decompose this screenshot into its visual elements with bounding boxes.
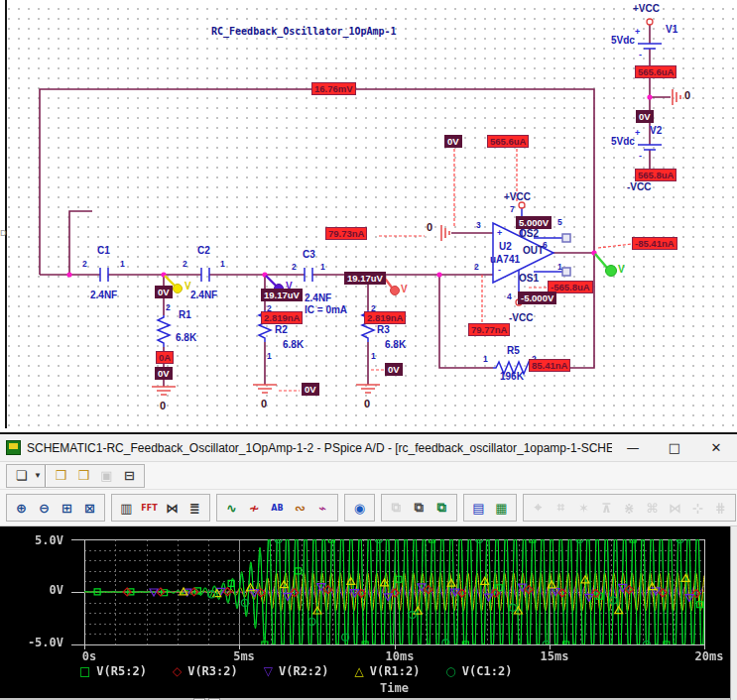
color-document-button[interactable]: ⧉	[431, 498, 452, 518]
legend-item[interactable]: ◇V(R3:2)	[173, 664, 238, 678]
legend-item[interactable]: □V(R5:2)	[79, 664, 147, 678]
cursor-trough-button: ⌗	[551, 498, 571, 518]
zoom-area-button[interactable]: ⊞	[57, 498, 77, 518]
fft-button[interactable]: FFT	[139, 498, 160, 518]
cursor-min-button: ⊼	[596, 498, 617, 518]
dropdown-caret-icon[interactable]: ▼	[34, 471, 42, 480]
schematic-text: -	[639, 151, 642, 161]
evaluate-measurement-button[interactable]: ⋈	[162, 498, 183, 518]
schematic-text: 0	[261, 398, 267, 409]
probe-toolbar: ⊕⊖⊞⊠▥FFT⋈≣∿≁AB∾⌁◉⧉⧉⧉▤▦⌖⌗✶⊼⋇⌘⋈⊹⋕	[0, 490, 737, 526]
schematic-text: 1	[483, 354, 488, 364]
bias-label[interactable]: 2.819nA	[261, 311, 303, 324]
bias-label[interactable]: 79.73nA	[325, 227, 367, 240]
open-workspace-button[interactable]: ❒	[73, 466, 94, 486]
view-simulation-button[interactable]: ▦	[491, 498, 512, 518]
schematic-text: U2	[499, 241, 512, 252]
voltage-probe-button[interactable]: ◉	[349, 498, 370, 518]
bias-label[interactable]: 85.41nA	[529, 359, 570, 372]
schematic-text: +	[497, 228, 502, 238]
schematic-text: 2	[166, 302, 171, 312]
minimize-button[interactable]: —	[612, 434, 654, 461]
x-tick-label: 10ms	[372, 649, 428, 663]
close-button[interactable]: ✕	[695, 434, 737, 461]
view-netlist-button[interactable]: ▤	[468, 498, 489, 518]
bias-label[interactable]: 0V	[636, 110, 654, 123]
bias-label[interactable]: 0A	[156, 351, 174, 364]
cursor-peak-button: ⌖	[528, 498, 549, 518]
schematic-text: 4	[507, 292, 512, 301]
bias-label[interactable]: 0V	[155, 367, 173, 380]
x-tick-label: 15ms	[527, 649, 582, 663]
schematic-text: +	[635, 27, 640, 37]
schematic-text: 7	[510, 204, 515, 214]
bias-label[interactable]: 79.77nA	[468, 323, 510, 336]
ab-label-button[interactable]: AB	[267, 498, 288, 518]
schematic-text: 0	[364, 398, 370, 409]
schematic-text: -VCC	[627, 181, 651, 192]
cursor-next-button: ⊹	[687, 498, 708, 518]
toolbar-group: ∿≁AB∾⌁	[216, 494, 338, 522]
paste-document-button[interactable]: ⧉	[409, 498, 430, 518]
legend-label: V(R5:2)	[96, 664, 147, 678]
schematic-canvas[interactable]: RC_Feedback_Oscillator_1OpAmp-1	[0, 0, 737, 432]
toolbar-group: ◉	[344, 494, 375, 522]
schematic-text: 1	[267, 351, 272, 361]
bias-label[interactable]: 19.17uV	[261, 289, 303, 301]
bias-label[interactable]: 2.819nA	[364, 311, 406, 324]
schematic-text: D	[0, 228, 7, 238]
waveform-plot[interactable]: 5.0V 0V -5.0V 0s 5ms 10ms 15ms 20ms □V(R…	[0, 526, 737, 700]
zoom-fit-button[interactable]: ⊠	[79, 498, 100, 518]
text-list-button[interactable]: ≣	[184, 498, 205, 518]
bias-label[interactable]: 565.8uA	[635, 169, 676, 181]
bias-label[interactable]: 19.17uV	[344, 272, 386, 285]
toolbar-group: ❏▼❒❒▣⊟	[6, 464, 145, 488]
schematic-text: OUT	[523, 245, 544, 256]
triangle-marker-icon: △	[355, 664, 364, 678]
schematic-text: C3	[303, 249, 315, 260]
x-tick-label: 20ms	[681, 649, 737, 663]
title-bar[interactable]: SCHEMATIC1-RC_Feedback_Oscillator_1OpAmp…	[0, 434, 737, 462]
legend-item[interactable]: ▽V(R2:2)	[264, 664, 329, 678]
schematic-text: -VCC	[509, 312, 533, 323]
bias-label[interactable]: 0V	[385, 363, 403, 376]
toggle-trace-button[interactable]: ≁	[244, 498, 265, 518]
bias-label[interactable]: 16.76mV	[311, 82, 356, 95]
toolbar-group: ▤▦	[463, 494, 517, 522]
window-title: SCHEMATIC1-RC_Feedback_Oscillator_1OpAmp…	[27, 441, 612, 455]
open-file-button[interactable]: ❒	[51, 466, 71, 486]
y-tick-label: 5.0V	[8, 533, 63, 547]
pspice-window: SCHEMATIC1-RC_Feedback_Oscillator_1OpAmp…	[0, 432, 737, 700]
legend-item[interactable]: ○V(C1:2)	[445, 664, 512, 678]
schematic-text: R3	[377, 324, 390, 335]
zoom-in-button[interactable]: ⊕	[11, 498, 32, 518]
bias-label[interactable]: -5.000V	[518, 292, 556, 304]
file-toolbar: ❏▼❒❒▣⊟	[0, 462, 737, 490]
bias-label[interactable]: 565.6uA	[635, 65, 676, 78]
maximize-button[interactable]: □	[654, 434, 695, 461]
cursor-trace-button[interactable]: ⌁	[312, 498, 333, 518]
schematic-text: 2	[292, 262, 297, 272]
mark-data-points-button[interactable]: ∿	[221, 498, 242, 518]
x-tick-label: 0s	[61, 649, 117, 663]
schematic-text: 2	[183, 259, 187, 269]
bias-label[interactable]: 0V	[155, 286, 173, 298]
bias-label[interactable]: 5.000V	[516, 216, 552, 229]
schematic-text: R2	[275, 324, 288, 335]
new-simulation-button[interactable]: ❏	[11, 466, 32, 486]
dotted-trace-button[interactable]: ∾	[290, 498, 310, 518]
legend-item[interactable]: △V(R1:2)	[355, 664, 421, 678]
zoom-out-button[interactable]: ⊖	[34, 498, 55, 518]
bias-label[interactable]: 565.6uA	[487, 135, 529, 148]
bias-label[interactable]: 0V	[302, 383, 319, 396]
schematic-text: 1	[557, 262, 562, 272]
schematic-text: OS2	[519, 228, 539, 239]
schematic-text: 1	[371, 351, 376, 361]
simulation-queue-button[interactable]: ▥	[116, 498, 137, 518]
bias-label[interactable]: 0V	[444, 135, 462, 148]
y-tick-label: 0V	[8, 583, 63, 597]
bias-label[interactable]: -85.41nA	[632, 237, 677, 250]
vertical-scrollbar[interactable]	[730, 526, 737, 700]
trace-legend: □V(R5:2)◇V(R3:2)▽V(R2:2)△V(R1:2)○V(C1:2)	[79, 664, 512, 678]
print-button[interactable]: ⊟	[119, 466, 140, 486]
